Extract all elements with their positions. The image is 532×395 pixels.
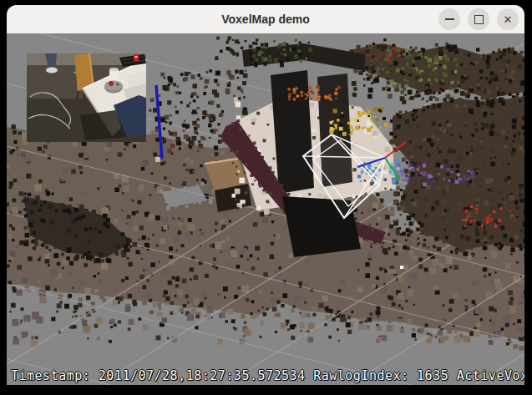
titlebar[interactable]: VoxelMap demo ✕ (7, 5, 524, 33)
device-top (104, 81, 123, 91)
camera-image-inset (27, 53, 146, 142)
close-icon: ✕ (504, 14, 513, 25)
exit-sign-glyph (135, 56, 138, 58)
maximize-icon (474, 15, 484, 24)
device-knob (117, 84, 119, 86)
maximize-button[interactable] (468, 8, 489, 30)
screen: { "window": { "title": "VoxelMap demo", … (0, 0, 532, 395)
voxel-scene (7, 33, 524, 385)
close-button[interactable]: ✕ (497, 8, 519, 30)
minimize-icon (445, 18, 454, 20)
window-controls: ✕ (438, 8, 524, 30)
cup-rim (109, 68, 119, 71)
minimize-button[interactable] (438, 8, 460, 30)
3d-viewport[interactable]: Timestamp: 2011/07/28,18:27:35.572534 Ra… (7, 33, 524, 385)
status-text: Timestamp: 2011/07/28,18:27:35.572534 Ra… (11, 368, 524, 383)
device-red-button (109, 81, 114, 86)
person-shoe (46, 68, 58, 73)
app-window: VoxelMap demo ✕ (7, 5, 524, 385)
